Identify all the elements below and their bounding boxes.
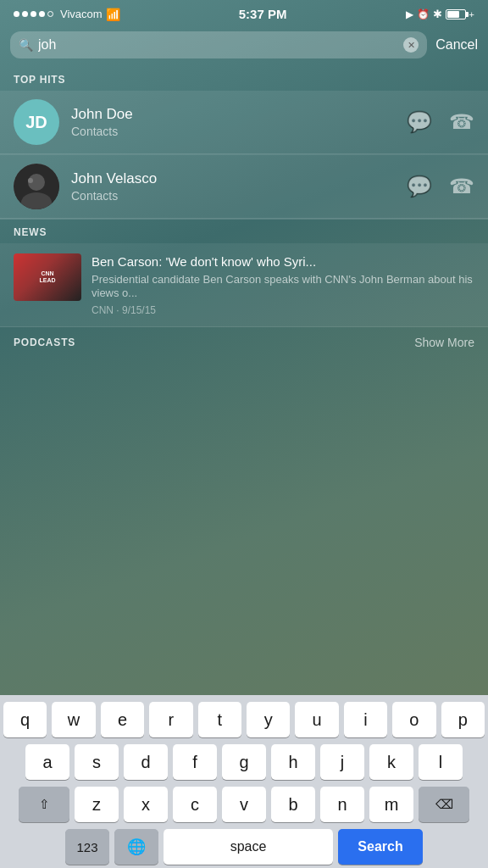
contact-sub-john-velasco: Contacts — [71, 189, 395, 203]
key-v[interactable]: v — [222, 787, 266, 822]
key-e[interactable]: e — [101, 702, 144, 737]
status-bar: Vivacom 📶 5:37 PM ▶ ⏰ ✱ + — [0, 0, 488, 26]
status-right: ▶ ⏰ ✱ + — [406, 8, 474, 20]
key-f[interactable]: f — [173, 744, 217, 780]
news-thumb-text: CNNLEAD — [36, 267, 58, 288]
delete-key[interactable]: ⌫ — [419, 787, 469, 822]
dot-5 — [47, 11, 53, 17]
key-h[interactable]: h — [271, 744, 315, 780]
keyboard-row-3: ⇧ z x c v b n m ⌫ — [3, 787, 485, 822]
key-b[interactable]: b — [271, 787, 315, 822]
keyboard-row-1: q w e r t y u i o p — [3, 702, 485, 737]
battery-icon — [446, 9, 466, 19]
news-header: NEWS — [0, 220, 488, 243]
signal-dots — [14, 11, 53, 17]
key-z[interactable]: z — [75, 787, 119, 822]
key-o[interactable]: o — [392, 702, 435, 737]
message-icon-john-velasco[interactable]: 💬 — [407, 175, 432, 198]
dot-3 — [30, 11, 36, 17]
podcasts-label: PODCASTS — [14, 337, 75, 348]
carrier-label: Vivacom — [60, 8, 103, 20]
contact-name-john-doe: John Doe — [71, 106, 395, 123]
news-row-ben-carson[interactable]: CNNLEAD Ben Carson: 'We don't know' who … — [0, 243, 488, 326]
show-more-button[interactable]: Show More — [414, 336, 474, 349]
key-g[interactable]: g — [222, 744, 266, 780]
location-icon: ▶ — [406, 8, 413, 20]
top-hits-header: TOP HITS — [0, 67, 488, 91]
keyboard: q w e r t y u i o p a s d f g h j k l ⇧ … — [0, 695, 488, 868]
status-time: 5:37 PM — [239, 7, 287, 21]
phone-icon-john-doe[interactable]: ☎ — [449, 110, 474, 134]
dot-4 — [39, 11, 45, 17]
avatar-john-velasco — [14, 164, 59, 209]
avatar-photo-svg — [14, 164, 59, 209]
key-i[interactable]: i — [344, 702, 387, 737]
search-input[interactable] — [38, 37, 398, 53]
podcasts-header-row: PODCASTS Show More — [0, 327, 488, 356]
news-info: Ben Carson: 'We don't know' who Syri... … — [92, 253, 474, 316]
key-c[interactable]: c — [173, 787, 217, 822]
num-key[interactable]: 123 — [65, 829, 109, 865]
charging-icon: + — [469, 9, 474, 19]
key-t[interactable]: t — [198, 702, 241, 737]
dot-1 — [14, 11, 19, 17]
key-x[interactable]: x — [124, 787, 168, 822]
key-q[interactable]: q — [3, 702, 47, 737]
phone-icon-john-velasco[interactable]: ☎ — [449, 175, 474, 198]
cancel-button[interactable]: Cancel — [435, 37, 478, 53]
search-bar-row: 🔍 ✕ Cancel — [0, 26, 488, 67]
key-k[interactable]: k — [369, 744, 413, 780]
key-a[interactable]: a — [25, 744, 69, 780]
key-j[interactable]: j — [320, 744, 364, 780]
key-y[interactable]: y — [247, 702, 290, 737]
clear-button[interactable]: ✕ — [403, 37, 419, 53]
contact-actions-john-velasco: 💬 ☎ — [407, 175, 474, 198]
key-w[interactable]: w — [52, 702, 95, 737]
key-s[interactable]: s — [75, 744, 119, 780]
dot-2 — [22, 11, 28, 17]
contact-row-john-doe[interactable]: JD John Doe Contacts 💬 ☎ — [0, 91, 488, 154]
news-description: Presidential candidate Ben Carson speaks… — [92, 273, 474, 302]
news-thumb-bg: CNNLEAD — [14, 253, 81, 301]
contact-info-john-doe: John Doe Contacts — [71, 106, 395, 138]
key-n[interactable]: n — [320, 787, 364, 822]
svg-point-3 — [28, 178, 33, 183]
alarm-icon: ⏰ — [417, 8, 430, 20]
shift-key[interactable]: ⇧ — [19, 787, 69, 822]
avatar-img-inner — [14, 164, 59, 209]
contact-sub-john-doe: Contacts — [71, 125, 395, 138]
key-p[interactable]: p — [441, 702, 485, 737]
bluetooth-icon: ✱ — [433, 8, 442, 20]
contact-info-john-velasco: John Velasco Contacts — [71, 170, 395, 203]
message-icon-john-doe[interactable]: 💬 — [407, 110, 432, 134]
news-thumbnail: CNNLEAD — [14, 253, 81, 301]
status-left: Vivacom 📶 — [14, 8, 120, 21]
avatar-jd: JD — [14, 99, 59, 145]
wifi-icon: 📶 — [106, 8, 120, 21]
space-key[interactable]: space — [164, 829, 333, 865]
news-source: CNN · 9/15/15 — [92, 304, 474, 316]
contact-row-john-velasco[interactable]: John Velasco Contacts 💬 ☎ — [0, 155, 488, 219]
key-u[interactable]: u — [295, 702, 338, 737]
search-icon: 🔍 — [19, 38, 33, 52]
key-l[interactable]: l — [419, 744, 463, 780]
key-r[interactable]: r — [149, 702, 192, 737]
contact-actions-john-doe: 💬 ☎ — [407, 110, 474, 134]
keyboard-row-4: 123 🌐 space Search — [3, 829, 485, 865]
key-d[interactable]: d — [124, 744, 168, 780]
search-key[interactable]: Search — [338, 829, 423, 865]
search-input-wrap[interactable]: 🔍 ✕ — [10, 31, 427, 58]
globe-key[interactable]: 🌐 — [114, 829, 158, 865]
news-title: Ben Carson: 'We don't know' who Syri... — [92, 253, 474, 270]
keyboard-row-2: a s d f g h j k l — [3, 744, 485, 780]
contact-name-john-velasco: John Velasco — [71, 170, 395, 187]
search-results: TOP HITS JD John Doe Contacts 💬 ☎ — [0, 67, 488, 356]
key-m[interactable]: m — [369, 787, 413, 822]
